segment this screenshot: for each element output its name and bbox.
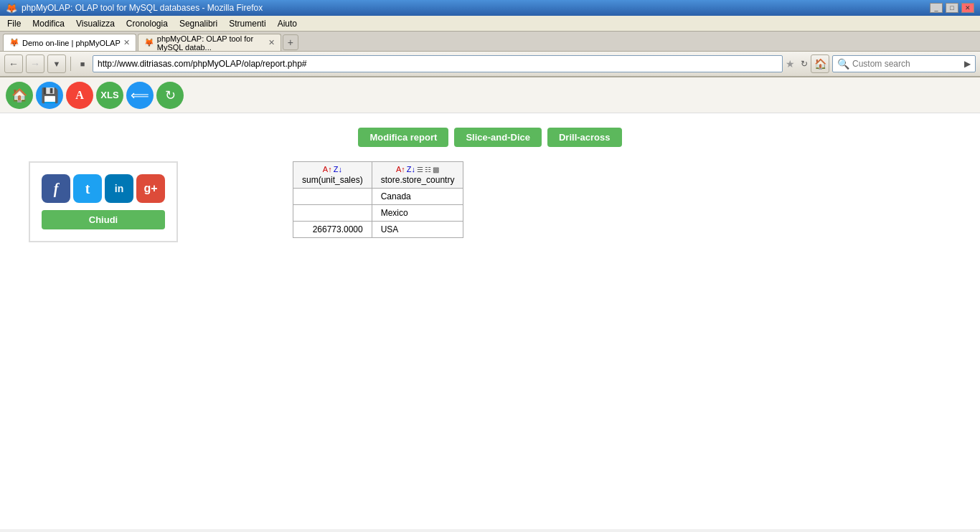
- chart-icon[interactable]: ▩: [433, 166, 439, 174]
- slice-and-dice-button[interactable]: Slice-and-Dice: [454, 128, 542, 147]
- sort-icons-2: A↑ Z↓ ☰ ☷ ▩: [381, 165, 455, 174]
- menu-cronologia[interactable]: Cronologia: [122, 17, 172, 30]
- tab-close-demo[interactable]: ✕: [123, 38, 130, 47]
- action-buttons: Modifica report Slice-and-Dice Drill-acr…: [14, 128, 966, 147]
- cell-country-3: USA: [372, 222, 463, 238]
- minimize-button[interactable]: _: [930, 3, 943, 13]
- url-input[interactable]: [98, 59, 778, 69]
- sort-za-2[interactable]: Z↓: [407, 165, 415, 174]
- menu-modifica[interactable]: Modifica: [28, 17, 69, 30]
- window-title: phpMyOLAP: OLAP tool for MySQL databases…: [22, 3, 263, 13]
- search-go-icon[interactable]: ▶: [964, 59, 971, 69]
- linkedin-button[interactable]: in: [105, 174, 133, 203]
- sort-az-1[interactable]: A↑: [323, 165, 332, 174]
- cell-sum-3: 266773.0000: [293, 222, 372, 238]
- tab-phpmyolap[interactable]: 🦊 phpMyOLAP: OLAP tool for MySQL datab..…: [138, 34, 281, 51]
- cell-country-2: Mexico: [372, 205, 463, 222]
- forward-button[interactable]: →: [26, 54, 44, 73]
- menu-aiuto[interactable]: Aiuto: [273, 17, 301, 30]
- back-button[interactable]: ←: [4, 54, 23, 73]
- search-input[interactable]: [852, 59, 964, 69]
- tab-bar: 🦊 Demo on-line | phpMyOLAP ✕ 🦊 phpMyOLAP…: [0, 32, 980, 52]
- address-bar[interactable]: [93, 55, 783, 72]
- cell-sum-1: [293, 189, 372, 205]
- tab-label-demo: Demo on-line | phpMyOLAP: [22, 39, 121, 47]
- col-header-sum: A↑ Z↓ sum(unit_sales): [293, 162, 372, 189]
- pdf-button[interactable]: A: [66, 82, 93, 109]
- table-row: Mexico: [293, 205, 463, 222]
- menu-file[interactable]: File: [3, 17, 25, 30]
- menu-bar: File Modifica Visualizza Cronologia Segn…: [0, 16, 980, 32]
- social-icons: f t in g+: [42, 174, 165, 203]
- tab-favicon2: 🦊: [144, 38, 154, 47]
- col-header-sum-text: sum(unit_sales): [302, 175, 363, 185]
- filter-icon[interactable]: ☰: [417, 166, 423, 174]
- content-area: f t in g+ Chiudi A↑ Z↓ sum(unit: [14, 161, 966, 242]
- data-table-container: A↑ Z↓ sum(unit_sales) A↑ Z↓ ☰ ☷ ▩: [293, 161, 463, 238]
- nav-separator: [70, 57, 71, 71]
- bookmark-star-icon[interactable]: ★: [786, 58, 795, 70]
- refresh-icon[interactable]: ↻: [801, 59, 808, 69]
- social-widget: f t in g+ Chiudi: [29, 161, 178, 242]
- twitter-button[interactable]: t: [73, 174, 102, 203]
- tab-label-phpmyolap: phpMyOLAP: OLAP tool for MySQL datab...: [157, 34, 265, 52]
- tab-demo[interactable]: 🦊 Demo on-line | phpMyOLAP ✕: [3, 34, 136, 51]
- group-icon[interactable]: ☷: [425, 166, 431, 174]
- share-button[interactable]: ⟸: [126, 82, 154, 109]
- home-nav-button[interactable]: 🏠: [811, 54, 829, 73]
- refresh-tool-button[interactable]: ↻: [156, 82, 184, 109]
- modifica-report-button[interactable]: Modifica report: [358, 128, 448, 147]
- tab-favicon: 🦊: [9, 38, 19, 47]
- cell-country-1: Canada: [372, 189, 463, 205]
- search-box[interactable]: 🔍 ▶: [832, 55, 976, 72]
- facebook-button[interactable]: f: [42, 174, 70, 203]
- maximize-button[interactable]: □: [946, 3, 958, 13]
- data-table: A↑ Z↓ sum(unit_sales) A↑ Z↓ ☰ ☷ ▩: [293, 161, 463, 238]
- close-button[interactable]: ✕: [961, 3, 974, 13]
- main-content: Modifica report Slice-and-Dice Drill-acr…: [0, 113, 980, 529]
- excel-button[interactable]: XLS: [96, 82, 123, 109]
- googleplus-button[interactable]: g+: [136, 174, 165, 203]
- nav-misc-button[interactable]: ▼: [47, 54, 66, 73]
- sort-az-2[interactable]: A↑: [396, 165, 405, 174]
- table-row: Canada: [293, 189, 463, 205]
- col-header-country: A↑ Z↓ ☰ ☷ ▩ store.store_country: [372, 162, 463, 189]
- menu-segnalibri[interactable]: Segnalibri: [175, 17, 222, 30]
- title-bar: 🦊 phpMyOLAP: OLAP tool for MySQL databas…: [0, 0, 980, 16]
- menu-strumenti[interactable]: Strumenti: [225, 17, 270, 30]
- sort-za-1[interactable]: Z↓: [334, 165, 342, 174]
- nav-bar: ← → ▼ ■ ★ ↻ 🏠 🔍 ▶: [0, 52, 980, 77]
- save-button[interactable]: 💾: [36, 82, 63, 109]
- home-button[interactable]: 🏠: [6, 82, 33, 109]
- sort-icons-1: A↑ Z↓: [302, 165, 363, 174]
- cell-sum-2: [293, 205, 372, 222]
- browser-icon: 🦊: [6, 3, 17, 14]
- new-tab-button[interactable]: +: [283, 34, 298, 50]
- chiudi-button[interactable]: Chiudi: [42, 210, 165, 229]
- drill-across-button[interactable]: Drill-across: [547, 128, 622, 147]
- search-provider-icon: 🔍: [837, 58, 849, 70]
- menu-visualizza[interactable]: Visualizza: [72, 17, 119, 30]
- title-bar-buttons[interactable]: _ □ ✕: [930, 3, 974, 13]
- loading-button[interactable]: ■: [75, 57, 90, 71]
- tab-close-phpmyolap[interactable]: ✕: [268, 38, 275, 47]
- table-row: 266773.0000 USA: [293, 222, 463, 238]
- title-bar-left: 🦊 phpMyOLAP: OLAP tool for MySQL databas…: [6, 3, 263, 14]
- col-header-country-text: store.store_country: [381, 175, 455, 185]
- toolbar: 🏠 💾 A XLS ⟸ ↻: [0, 77, 980, 113]
